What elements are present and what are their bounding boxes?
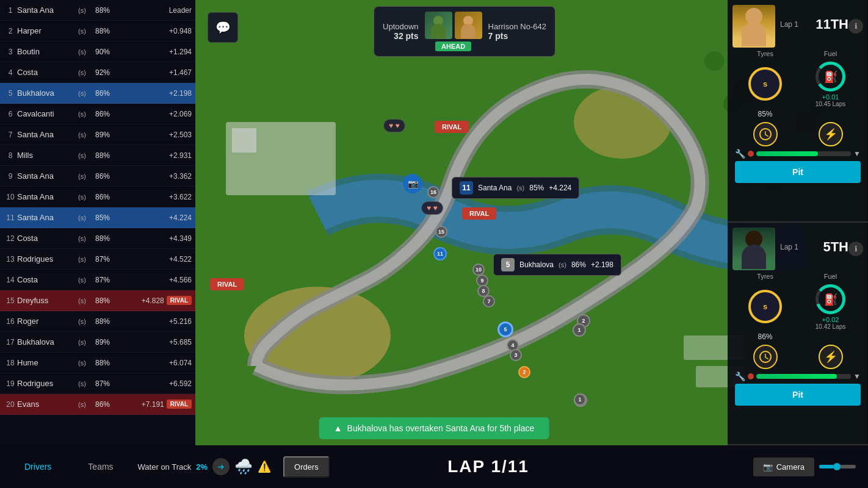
leaderboard-row-9[interactable]: 9 Santa Ana (s) 86% +3.362	[0, 166, 195, 187]
row-gap-19: +6.592	[120, 379, 192, 388]
row-pct-11: 85%	[95, 214, 120, 222]
leaderboard-row-13[interactable]: 13 Rodrigues (s) 87% +4.522	[0, 249, 195, 270]
row-s-15: (s)	[78, 297, 95, 304]
row-gap-17: +5.685	[120, 338, 192, 346]
driver1-fuel-laps: 10.45 Laps	[816, 101, 846, 107]
row-name-9: Santa Ana	[17, 171, 78, 181]
tab-drivers[interactable]: Drivers	[12, 457, 63, 476]
car-7[interactable]: 7	[483, 295, 495, 307]
row-s-9: (s)	[78, 173, 95, 180]
row-pos-3: 3	[4, 48, 17, 56]
comp-avatar-right	[455, 12, 482, 39]
row-pos-10: 10	[4, 193, 17, 201]
row-pct-18: 88%	[95, 359, 120, 367]
row-name-20: Evans	[17, 400, 78, 409]
row-s-13: (s)	[78, 256, 95, 263]
leaderboard-row-17[interactable]: 17 Bukhalova (s) 89% +5.685	[0, 332, 195, 353]
row-pos-7: 7	[4, 131, 17, 139]
camera-btn[interactable]: 📷 Camera	[753, 458, 814, 476]
svg-rect-4	[232, 128, 256, 152]
car-15[interactable]: 15	[435, 226, 447, 238]
tab-teams[interactable]: Teams	[76, 457, 125, 476]
row-pos-6: 6	[4, 110, 17, 118]
row-gap-4: +1.467	[120, 68, 192, 77]
driver1-damage-fill	[756, 151, 818, 156]
row-name-11: Santa Ana	[17, 213, 78, 222]
car-10[interactable]: 10	[472, 264, 485, 276]
leaderboard-row-16[interactable]: 16 Roger (s) 88% +5.216	[0, 311, 195, 332]
leaderboard-rows: 1 Santa Ana (s) 88% Leader 2 Harper (s) …	[0, 0, 195, 415]
row-s-5: (s)	[78, 90, 95, 97]
orders-btn[interactable]: Orders	[283, 456, 330, 478]
leaderboard-row-18[interactable]: 18 Hume (s) 88% +6.074	[0, 353, 195, 373]
camera-bubble[interactable]: 📷	[403, 174, 422, 193]
row-pos-2: 2	[4, 27, 17, 35]
car-11[interactable]: 11	[433, 247, 447, 260]
driver2-damage-fill	[756, 374, 837, 379]
row-gap-6: +2.069	[120, 110, 192, 118]
car-11-name: Santa Ana	[478, 184, 512, 192]
driver2-info-btn[interactable]: ℹ	[848, 242, 863, 256]
leaderboard-row-10[interactable]: 10 Santa Ana (s) 86% +3.622	[0, 187, 195, 207]
car-3[interactable]: 3	[510, 349, 522, 361]
row-gap-10: +3.622	[120, 193, 192, 201]
row-pos-1: 1	[4, 6, 17, 15]
car-1-track[interactable]: 1	[574, 393, 586, 406]
row-name-10: Santa Ana	[17, 192, 78, 201]
damage-dot-1	[748, 151, 754, 157]
leaderboard-row-2[interactable]: 2 Harper (s) 88% +0.948	[0, 21, 195, 41]
car-16[interactable]: 16	[427, 186, 439, 198]
row-gap-7: +2.503	[120, 131, 192, 139]
camera-slider[interactable]	[819, 465, 856, 468]
platform-pts: 32 pts	[383, 31, 419, 41]
car-11-pct: 85%	[529, 184, 544, 192]
water-pct: 2%	[196, 462, 208, 472]
driver1-card: Lap 1 11TH ℹ Tyres Fuel s	[728, 0, 868, 223]
car-5[interactable]: 5	[497, 321, 513, 337]
driver2-fuel-laps: 10.42 Laps	[816, 323, 846, 330]
leaderboard-row-8[interactable]: 8 Mills (s) 88% +2.931	[0, 145, 195, 166]
row-pos-8: 8	[4, 151, 17, 160]
row-s-4: (s)	[78, 69, 95, 76]
leaderboard-row-14[interactable]: 14 Costa (s) 87% +4.566	[0, 270, 195, 290]
row-s-19: (s)	[78, 380, 95, 387]
row-pct-9: 86%	[95, 172, 120, 181]
driver1-info-btn[interactable]: ℹ	[848, 19, 863, 34]
car-1[interactable]: 1	[573, 323, 586, 337]
row-pos-14: 14	[4, 276, 17, 284]
water-arrow[interactable]: ➜	[212, 458, 230, 475]
driver1-pit-btn[interactable]: Pit	[735, 161, 861, 183]
car-5-num: 5	[501, 258, 515, 271]
platform-name: Uptodown	[383, 22, 419, 31]
row-name-16: Roger	[17, 317, 78, 326]
leaderboard-row-7[interactable]: 7 Santa Ana (s) 89% +2.503	[0, 124, 195, 145]
driver1-fuel-change: +0.01	[822, 93, 839, 101]
leaderboard-row-1[interactable]: 1 Santa Ana (s) 88% Leader	[0, 0, 195, 21]
row-pct-16: 88%	[95, 317, 120, 326]
driver1-tyres-label: Tyres	[732, 50, 798, 57]
leaderboard-row-11[interactable]: 11 Santa Ana (s) 85% +4.224	[0, 207, 195, 228]
row-s-8: (s)	[78, 152, 95, 159]
car-2-track[interactable]: 2	[518, 366, 530, 378]
leaderboard-row-19[interactable]: 19 Rodrigues (s) 87% +6.592	[0, 373, 195, 394]
leaderboard-row-5[interactable]: 5 Bukhalova (s) 86% +2.198	[0, 83, 195, 104]
chat-button[interactable]: 💬	[208, 12, 238, 43]
leaderboard-row-20[interactable]: 20 Evans (s) 86% +7.191 RIVAL	[0, 394, 195, 415]
row-name-14: Costa	[17, 275, 78, 284]
leaderboard-row-3[interactable]: 3 Boutin (s) 90% +1.294	[0, 41, 195, 62]
rival-badge-row-15: RIVAL	[167, 296, 192, 305]
car-5-name: Bukhalova	[519, 260, 554, 269]
ahead-badge: AHEAD	[435, 41, 471, 51]
driver2-pit-btn[interactable]: Pit	[735, 384, 861, 406]
leaderboard-row-6[interactable]: 6 Cavalcanti (s) 86% +2.069	[0, 104, 195, 124]
leaderboard-row-4[interactable]: 4 Costa (s) 92% +1.467	[0, 62, 195, 83]
driver2-damage-row: 🔧 ▼	[732, 371, 863, 381]
row-name-6: Cavalcanti	[17, 109, 78, 118]
driver2-expand[interactable]: ▼	[853, 372, 861, 381]
row-s-12: (s)	[78, 235, 95, 242]
camera-slider-fill	[819, 465, 834, 468]
leaderboard-row-12[interactable]: 12 Costa (s) 88% +4.349	[0, 228, 195, 249]
leaderboard-row-15[interactable]: 15 Dreyfuss (s) 88% +4.828 RIVAL	[0, 290, 195, 311]
driver1-speed-icon	[753, 122, 778, 146]
driver1-expand[interactable]: ▼	[853, 149, 861, 158]
